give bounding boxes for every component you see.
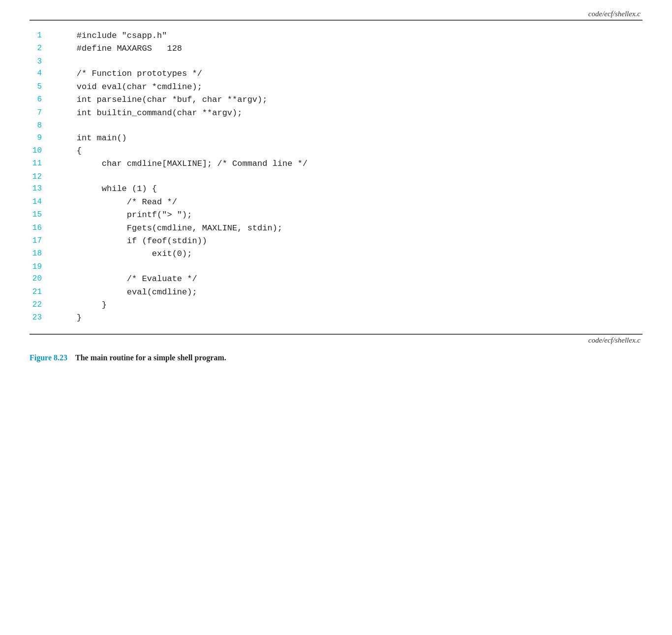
- line-code: }: [57, 312, 642, 324]
- line-number: 22: [30, 299, 57, 312]
- line-number: 1: [30, 30, 57, 42]
- line-code: [57, 56, 642, 68]
- figure-caption: Figure 8.23 The main routine for a simpl…: [30, 353, 642, 362]
- table-row: 22 }: [30, 299, 642, 312]
- table-row: 5 void eval(char *cmdline);: [30, 81, 642, 94]
- line-number: 8: [30, 120, 57, 132]
- line-number: 20: [30, 273, 57, 286]
- table-row: 2 #define MAXARGS 128: [30, 42, 642, 55]
- line-number: 17: [30, 235, 57, 248]
- table-row: 11 char cmdline[MAXLINE]; /* Command lin…: [30, 158, 642, 170]
- line-code: printf("> ");: [57, 209, 642, 222]
- table-row: 17 if (feof(stdin)): [30, 235, 642, 248]
- line-number: 7: [30, 107, 57, 120]
- line-number: 23: [30, 312, 57, 324]
- line-code: [57, 261, 642, 273]
- line-number: 21: [30, 286, 57, 299]
- line-code: eval(cmdline);: [57, 286, 642, 299]
- table-row: 14 /* Read */: [30, 196, 642, 209]
- line-code: {: [57, 145, 642, 158]
- table-row: 19: [30, 261, 642, 273]
- filename-bottom: code/ecf/shellex.c: [586, 336, 642, 345]
- table-row: 18 exit(0);: [30, 248, 642, 260]
- line-code: if (feof(stdin)): [57, 235, 642, 248]
- table-row: 20 /* Evaluate */: [30, 273, 642, 286]
- line-number: 9: [30, 132, 57, 145]
- table-row: 21 eval(cmdline);: [30, 286, 642, 299]
- line-code: char cmdline[MAXLINE]; /* Command line *…: [57, 158, 642, 170]
- line-number: 18: [30, 248, 57, 260]
- table-row: 9 int main(): [30, 132, 642, 145]
- table-row: 12: [30, 171, 642, 183]
- table-row: 15 printf("> ");: [30, 209, 642, 222]
- line-number: 3: [30, 56, 57, 68]
- line-code: [57, 120, 642, 132]
- table-row: 13 while (1) {: [30, 183, 642, 195]
- code-table: 1 #include "csapp.h"2 #define MAXARGS 12…: [30, 30, 642, 325]
- line-code: void eval(char *cmdline);: [57, 81, 642, 94]
- table-row: 16 Fgets(cmdline, MAXLINE, stdin);: [30, 222, 642, 235]
- line-number: 15: [30, 209, 57, 222]
- line-number: 4: [30, 67, 57, 80]
- line-number: 10: [30, 145, 57, 158]
- table-row: 3: [30, 56, 642, 68]
- table-row: 8: [30, 120, 642, 132]
- figure-title: The main routine for a simple shell prog…: [75, 353, 226, 362]
- line-number: 14: [30, 196, 57, 209]
- line-code: int main(): [57, 132, 642, 145]
- table-row: 7 int builtin_command(char **argv);: [30, 107, 642, 120]
- line-number: 2: [30, 42, 57, 55]
- line-code: /* Evaluate */: [57, 273, 642, 286]
- line-code: exit(0);: [57, 248, 642, 260]
- line-number: 16: [30, 222, 57, 235]
- line-code: Fgets(cmdline, MAXLINE, stdin);: [57, 222, 642, 235]
- code-block: code/ecf/shellex.c 1 #include "csapp.h"2…: [30, 20, 642, 335]
- line-number: 12: [30, 171, 57, 183]
- line-code: int builtin_command(char **argv);: [57, 107, 642, 120]
- line-code: [57, 171, 642, 183]
- line-code: }: [57, 299, 642, 312]
- line-number: 11: [30, 158, 57, 170]
- page-wrapper: code/ecf/shellex.c 1 #include "csapp.h"2…: [30, 20, 642, 635]
- line-number: 19: [30, 261, 57, 273]
- table-row: 23 }: [30, 312, 642, 324]
- line-code: /* Read */: [57, 196, 642, 209]
- line-code: #define MAXARGS 128: [57, 42, 642, 55]
- filename-top: code/ecf/shellex.c: [586, 10, 642, 18]
- table-row: 10 {: [30, 145, 642, 158]
- line-number: 6: [30, 94, 57, 106]
- table-row: 4 /* Function prototypes */: [30, 67, 642, 80]
- line-code: #include "csapp.h": [57, 30, 642, 42]
- table-row: 1 #include "csapp.h": [30, 30, 642, 42]
- line-code: /* Function prototypes */: [57, 67, 642, 80]
- table-row: 6 int parseline(char *buf, char **argv);: [30, 94, 642, 106]
- line-code: int parseline(char *buf, char **argv);: [57, 94, 642, 106]
- line-number: 13: [30, 183, 57, 195]
- figure-number: Figure 8.23: [30, 353, 67, 362]
- line-number: 5: [30, 81, 57, 94]
- line-code: while (1) {: [57, 183, 642, 195]
